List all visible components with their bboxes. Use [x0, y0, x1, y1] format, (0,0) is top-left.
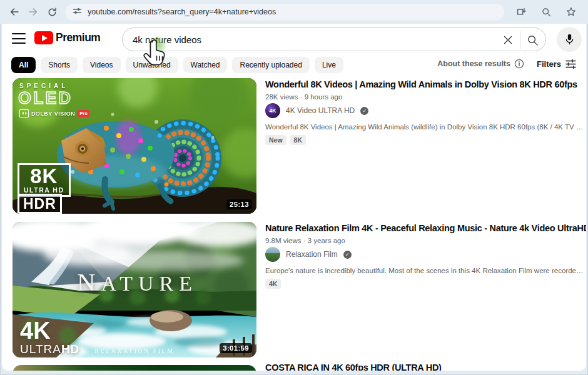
thumb2-nature-text: NATURE — [13, 267, 256, 297]
url-text[interactable]: youtube.com/results?search_query=4k+natu… — [88, 8, 276, 16]
mic-icon — [564, 33, 575, 46]
search-divider — [520, 31, 520, 49]
chip-shorts[interactable]: Shorts — [41, 57, 78, 73]
address-bar[interactable]: youtube.com/results?search_query=4k+natu… — [65, 4, 504, 21]
info-icon — [514, 59, 524, 69]
channel-row[interactable]: Relaxation Film ✓ — [265, 247, 352, 262]
video-info-2: Nature Relaxation Film 4K - Peaceful Rel… — [265, 222, 586, 359]
video-title-3[interactable]: COSTA RICA IN 4K 60fps HDR (ULTRA HD) — [265, 361, 586, 371]
thumb1-8k-badge: 8K ULTRA HD — [18, 163, 71, 197]
filters-icon — [565, 59, 576, 69]
channel-avatar[interactable]: 4K — [265, 103, 280, 118]
video-description: Wonderful 8K Videos | Amazing Wild Anima… — [265, 123, 584, 131]
video-thumbnail-3[interactable] — [13, 365, 256, 371]
search-box[interactable] — [122, 28, 546, 51]
filters-button[interactable]: Filters — [537, 59, 576, 69]
verified-badge-icon: ✓ — [343, 251, 352, 259]
logo-brand-text: Premium — [56, 31, 100, 44]
channel-row[interactable]: 4K 4K Video ULTRA HD ✓ — [265, 103, 368, 118]
video-thumbnail-1[interactable]: SPECIAL OLED ◖◗ DOLBY VISION Pro 8K ULTR… — [13, 78, 256, 214]
video-title[interactable]: Nature Relaxation Film 4K - Peaceful Rel… — [265, 222, 586, 234]
verified-badge-icon: ✓ — [360, 107, 368, 115]
clear-search-icon[interactable] — [500, 32, 515, 48]
search-button[interactable] — [524, 32, 540, 48]
browser-toolbar: youtube.com/results?search_query=4k+natu… — [0, 0, 588, 24]
back-button[interactable] — [5, 2, 24, 21]
site-info-icon[interactable] — [73, 6, 82, 18]
chip-watched[interactable]: Watched — [183, 57, 228, 73]
search-input[interactable] — [123, 34, 545, 45]
filters-label: Filters — [537, 59, 561, 69]
about-results-button[interactable]: About these results — [437, 59, 524, 69]
save-page-icon[interactable] — [512, 2, 530, 21]
video-thumbnail-2[interactable]: NATURE 4K ULTRAHD RELAXATION FILM 3:01:5… — [13, 222, 256, 358]
badge-8k: 8K — [290, 135, 306, 145]
video-description: Europe's nature is incredibly beautiful.… — [265, 267, 584, 274]
badge-4k: 4K — [265, 279, 281, 289]
chip-all[interactable]: All — [11, 57, 36, 73]
youtube-play-icon — [34, 31, 53, 44]
menu-button[interactable] — [12, 33, 26, 44]
video-badges: 4K — [265, 279, 281, 289]
reload-button[interactable] — [43, 2, 61, 21]
channel-name[interactable]: Relaxation Film — [286, 250, 338, 259]
thumb1-dolby-badge: ◖◗ DOLBY VISION Pro — [19, 109, 89, 118]
channel-avatar[interactable] — [265, 247, 280, 262]
chip-videos[interactable]: Videos — [83, 57, 120, 73]
youtube-page: Premium — [2, 24, 586, 371]
chip-recently-uploaded[interactable]: Recently uploaded — [232, 57, 309, 73]
badge-new: New — [265, 135, 286, 145]
forward-button[interactable] — [24, 2, 43, 21]
video-duration: 3:01:59 — [220, 343, 252, 353]
video-info-1: Wonderful 8K Videos | Amazing Wild Anima… — [265, 78, 586, 216]
video-badges: New 8K — [265, 135, 306, 145]
video-meta: 28K views · 9 hours ago — [265, 93, 586, 101]
bookmark-star-icon[interactable] — [562, 2, 580, 21]
voice-search-button[interactable] — [557, 27, 582, 52]
chip-live[interactable]: Live — [315, 57, 343, 73]
thumb1-hdr-badge: HDR — [18, 194, 62, 214]
video-meta: 9.8M views · 3 years ago — [265, 237, 586, 244]
dolby-icon: ◖◗ — [19, 109, 29, 118]
video-duration: 25:13 — [226, 199, 252, 209]
chip-unwatched[interactable]: Unwatched — [126, 57, 178, 73]
thumb1-oled-text: OLED — [18, 89, 73, 108]
youtube-premium-logo[interactable]: Premium — [34, 31, 100, 44]
zoom-icon[interactable] — [537, 2, 555, 21]
about-results-label: About these results — [437, 59, 510, 68]
toolbar-actions — [512, 2, 588, 21]
video-title[interactable]: Wonderful 8K Videos | Amazing Wild Anima… — [265, 78, 586, 91]
channel-name[interactable]: 4K Video ULTRA HD — [286, 106, 355, 115]
thumb2-4k-text: 4K — [20, 319, 51, 342]
browser-window: youtube.com/results?search_query=4k+natu… — [0, 0, 588, 375]
results-toolbar: About these results Filters — [437, 59, 576, 69]
filter-chips: All Shorts Videos Unwatched Watched Rece… — [11, 57, 343, 73]
